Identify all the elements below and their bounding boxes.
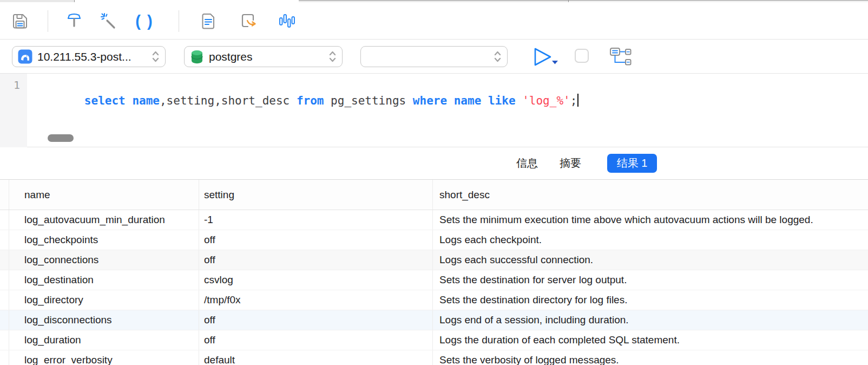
- row-gutter: [0, 180, 9, 210]
- cell-name[interactable]: log_directory: [9, 290, 199, 310]
- row-gutter: [0, 210, 9, 230]
- brackets-button[interactable]: ( ): [135, 12, 154, 30]
- cell-name[interactable]: log_checkpoints: [9, 230, 199, 250]
- chevron-up-down-icon: [152, 49, 160, 64]
- table-row[interactable]: log_connectionsoffLogs each successful c…: [0, 250, 868, 270]
- grid-body: log_autovacuum_min_duration-1Sets the mi…: [0, 210, 868, 365]
- cell-short-desc[interactable]: Logs the duration of each completed SQL …: [433, 330, 868, 350]
- connection-bar: 10.211.55.3-post... postgres: [0, 40, 868, 74]
- table-row[interactable]: log_checkpointsoffLogs each checkpoint.: [0, 230, 868, 250]
- toolbar-separator: [48, 10, 48, 32]
- cell-name[interactable]: log_disconnections: [9, 310, 199, 330]
- cell-short-desc[interactable]: Sets the destination directory for log f…: [433, 290, 868, 310]
- limit-checkbox[interactable]: [575, 49, 589, 63]
- sql-token: [516, 94, 523, 107]
- row-gutter: [0, 270, 9, 290]
- sql-token: pg_settings: [331, 94, 406, 107]
- sql-token: [126, 94, 133, 107]
- sql-token: select: [84, 94, 126, 107]
- table-row[interactable]: log_destinationcsvlogSets the destinatio…: [0, 270, 868, 290]
- cell-short-desc[interactable]: Logs each checkpoint.: [433, 230, 868, 250]
- sql-line[interactable]: select name,setting,short_desc from pg_s…: [43, 78, 578, 123]
- cell-short-desc[interactable]: Sets the verbosity of logged messages.: [433, 350, 868, 365]
- column-header-setting[interactable]: setting: [199, 180, 433, 210]
- server-select[interactable]: 10.211.55.3-post...: [12, 46, 166, 67]
- cell-name[interactable]: log_autovacuum_min_duration: [9, 210, 199, 230]
- cell-setting[interactable]: off: [199, 330, 433, 350]
- run-query-button[interactable]: [533, 47, 560, 69]
- column-header-name[interactable]: name: [9, 180, 199, 210]
- tab-info-label: 信息: [516, 156, 538, 171]
- cell-setting[interactable]: csvlog: [199, 270, 433, 290]
- line-number-gutter: 1: [0, 74, 27, 147]
- cell-setting[interactable]: off: [199, 250, 433, 270]
- run-options-caret-icon: [552, 61, 558, 64]
- sql-token: setting: [167, 94, 215, 107]
- sql-token: [447, 94, 454, 107]
- save-button[interactable]: [11, 12, 29, 30]
- postgresql-elephant-icon: [18, 49, 32, 64]
- cell-short-desc[interactable]: Logs end of a session, including duratio…: [433, 310, 868, 330]
- chart-button[interactable]: [277, 12, 295, 30]
- database-select-value: postgres: [209, 50, 325, 63]
- text-cursor: [577, 94, 578, 107]
- sql-token: [481, 94, 488, 107]
- cell-name[interactable]: log_duration: [9, 330, 199, 350]
- cell-setting[interactable]: -1: [199, 210, 433, 230]
- sql-token: ,: [160, 94, 167, 107]
- cell-setting[interactable]: /tmp/f0x: [199, 290, 433, 310]
- schema-select[interactable]: [360, 46, 508, 67]
- chevron-up-down-icon: [494, 49, 502, 64]
- table-row[interactable]: log_disconnectionsoffLogs end of a sessi…: [0, 310, 868, 330]
- table-row[interactable]: log_durationoffLogs the duration of each…: [0, 330, 868, 350]
- sql-editor[interactable]: 1 select name,setting,short_desc from pg…: [0, 74, 868, 147]
- tab-result-1-active[interactable]: 结果 1: [607, 154, 657, 173]
- explain-plan-icon: [609, 47, 632, 67]
- magic-fix-icon: [100, 12, 118, 30]
- cell-setting[interactable]: default: [199, 350, 433, 365]
- tab-summary-label: 摘要: [560, 156, 581, 171]
- toolbar-separator: [179, 10, 179, 32]
- cell-short-desc[interactable]: Sets the destination for server log outp…: [433, 270, 868, 290]
- chevron-up-down-icon: [328, 49, 337, 64]
- cell-name[interactable]: log_error_verbosity: [9, 350, 199, 365]
- tab-summary[interactable]: 摘要: [554, 147, 587, 179]
- row-gutter: [0, 330, 9, 350]
- format-sql-button[interactable]: [65, 12, 83, 30]
- cell-setting[interactable]: off: [199, 230, 433, 250]
- results-grid: name setting short_desc log_autovacuum_m…: [0, 179, 868, 365]
- cell-short-desc[interactable]: Sets the minimum execution time above wh…: [433, 210, 868, 230]
- database-select[interactable]: postgres: [184, 46, 343, 67]
- document-button[interactable]: [199, 12, 218, 30]
- row-gutter: [0, 250, 9, 270]
- table-row[interactable]: log_directory/tmp/f0xSets the destinatio…: [0, 290, 868, 310]
- fix-wand-button[interactable]: [100, 12, 118, 30]
- sql-token: ;: [570, 94, 577, 107]
- line-number: 1: [14, 79, 20, 92]
- sql-token: [290, 94, 297, 107]
- cell-setting[interactable]: off: [199, 310, 433, 330]
- format-hammer-icon: [65, 12, 83, 30]
- row-gutter: [0, 310, 9, 330]
- cell-name[interactable]: log_connections: [9, 250, 199, 270]
- row-gutter: [0, 290, 9, 310]
- sql-token: short_desc: [221, 94, 290, 107]
- column-header-short-desc[interactable]: short_desc: [433, 180, 868, 210]
- export-button[interactable]: [239, 12, 258, 30]
- sql-token: name: [454, 94, 482, 107]
- row-gutter: [0, 350, 9, 365]
- explain-plan-button[interactable]: [609, 47, 632, 69]
- sql-token: ,: [214, 94, 221, 107]
- server-select-value: 10.211.55.3-post...: [37, 50, 148, 63]
- sql-token: from: [297, 94, 324, 107]
- cell-name[interactable]: log_destination: [9, 270, 199, 290]
- cell-short-desc[interactable]: Logs each successful connection.: [433, 250, 868, 270]
- document-icon: [200, 12, 217, 30]
- table-row[interactable]: log_autovacuum_min_duration-1Sets the mi…: [0, 210, 868, 230]
- tab-info[interactable]: 信息: [511, 147, 543, 179]
- table-row[interactable]: log_error_verbositydefaultSets the verbo…: [0, 350, 868, 365]
- brackets-icon: ( ): [135, 12, 153, 30]
- main-toolbar: ( ): [0, 2, 868, 40]
- resize-handle[interactable]: [48, 134, 74, 142]
- save-icon: [11, 12, 29, 30]
